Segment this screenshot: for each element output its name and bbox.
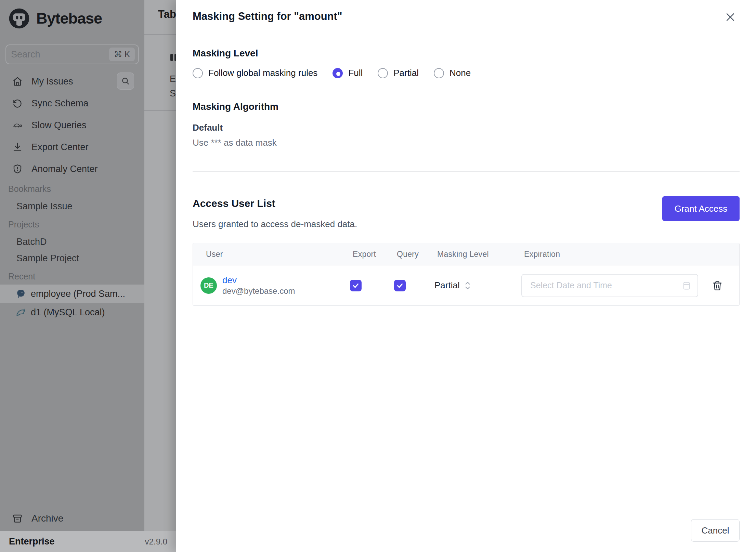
query-cell xyxy=(394,280,434,291)
sidebar-item-slow-queries[interactable]: Slow Queries xyxy=(0,116,144,134)
turtle-icon xyxy=(12,120,23,130)
section-header-bookmarks: Bookmarks xyxy=(8,184,51,194)
check-icon xyxy=(396,282,404,289)
user-name-link[interactable]: dev xyxy=(222,275,295,286)
algorithm-description: Use *** as data mask xyxy=(193,137,277,148)
access-user-list-heading: Access User List xyxy=(193,198,275,209)
sidebar-item-label: Slow Queries xyxy=(31,120,87,131)
col-header-expiration: Expiration xyxy=(524,250,729,259)
avatar: DE xyxy=(200,277,217,294)
trash-icon[interactable] xyxy=(712,280,723,291)
chevron-updown-icon xyxy=(465,280,471,291)
section-header-projects: Projects xyxy=(8,220,39,229)
access-user-list-subtext: Users granted to access de-masked data. xyxy=(193,219,357,229)
background-text-line: S xyxy=(170,88,176,99)
version-label: v2.9.0 xyxy=(145,537,167,547)
table-row: DE dev dev@bytebase.com xyxy=(193,265,739,305)
issue-search-button[interactable] xyxy=(117,73,134,90)
export-cell xyxy=(350,280,394,291)
masking-level-heading: Masking Level xyxy=(193,48,258,59)
divider xyxy=(144,110,176,111)
sidebar-item-sync-schema[interactable]: Sync Schema xyxy=(0,94,144,112)
plan-footer-bar: Enterprise v2.9.0 xyxy=(0,531,176,552)
check-icon xyxy=(352,282,360,289)
table-header-row: User Export Query Masking Level Expirati… xyxy=(193,243,739,265)
expiration-cell xyxy=(521,274,732,297)
archive-icon xyxy=(12,513,23,524)
background-page-title: Tab xyxy=(158,8,176,21)
recent-item-employee[interactable]: employee (Prod Sam... xyxy=(0,285,144,303)
divider xyxy=(176,507,756,507)
home-icon xyxy=(12,76,23,87)
shield-icon xyxy=(12,164,23,174)
recent-item-label: employee (Prod Sam... xyxy=(31,289,125,299)
plan-label: Enterprise xyxy=(9,536,55,547)
divider xyxy=(193,171,740,172)
date-input-field[interactable] xyxy=(530,280,682,290)
divider xyxy=(144,34,176,35)
radio-circle[interactable] xyxy=(193,68,203,78)
bytebase-mascot-icon xyxy=(8,8,30,29)
user-email: dev@bytebase.com xyxy=(222,286,295,296)
close-icon[interactable] xyxy=(723,10,738,25)
app-root: Bytebase ⌘ K My Issues Sync Schema xyxy=(0,0,756,552)
cancel-button[interactable]: Cancel xyxy=(691,519,740,542)
expiration-date-input[interactable] xyxy=(521,274,698,297)
sidebar-item-label: Anomaly Center xyxy=(31,164,98,174)
sync-icon xyxy=(12,98,23,108)
masking-setting-drawer: Masking Setting for "amount" Masking Lev… xyxy=(176,0,756,552)
search-icon xyxy=(121,77,130,86)
radio-none[interactable]: None xyxy=(434,68,471,78)
grant-access-button[interactable]: Grant Access xyxy=(662,196,740,221)
drawer-title: Masking Setting for "amount" xyxy=(193,10,342,23)
columns-icon xyxy=(170,54,176,61)
sidebar-item-sample-issue[interactable]: Sample Issue xyxy=(16,201,73,212)
radio-circle-selected[interactable] xyxy=(333,68,343,78)
radio-follow-global[interactable]: Follow global masking rules xyxy=(193,68,317,78)
section-header-recent: Recent xyxy=(8,272,35,281)
calendar-icon xyxy=(682,281,691,290)
col-header-masking-level: Masking Level xyxy=(437,250,524,259)
sidebar-item-anomaly-center[interactable]: Anomaly Center xyxy=(0,160,144,178)
export-checkbox[interactable] xyxy=(350,280,362,291)
sidebar-item-export-center[interactable]: Export Center xyxy=(0,138,144,156)
masking-level-radio-group: Follow global masking rules Full Partial… xyxy=(193,68,471,78)
sidebar-item-label: Archive xyxy=(31,513,63,524)
recent-item-label: d1 (MySQL Local) xyxy=(31,307,105,318)
col-header-user: User xyxy=(203,250,353,259)
user-cell: DE dev dev@bytebase.com xyxy=(200,275,350,297)
mysql-icon xyxy=(16,307,26,317)
radio-circle[interactable] xyxy=(378,68,388,78)
col-header-export: Export xyxy=(353,250,397,259)
logo-text: Bytebase xyxy=(36,10,102,27)
radio-partial[interactable]: Partial xyxy=(378,68,419,78)
radio-full[interactable]: Full xyxy=(333,68,363,78)
recent-item-d1[interactable]: d1 (MySQL Local) xyxy=(0,303,144,321)
sidebar-item-label: My Issues xyxy=(31,76,73,87)
algorithm-name: Default xyxy=(193,122,223,133)
background-page-strip: Tab E S xyxy=(144,0,176,531)
masking-level-select[interactable]: Partial xyxy=(434,280,521,291)
sidebar-search[interactable]: ⌘ K xyxy=(5,44,139,64)
query-checkbox[interactable] xyxy=(394,280,406,291)
access-user-table: User Export Query Masking Level Expirati… xyxy=(193,243,740,306)
bytebase-logo[interactable]: Bytebase xyxy=(8,8,102,29)
postgres-icon xyxy=(16,289,26,299)
drawer-header: Masking Setting for "amount" xyxy=(176,0,756,34)
sidebar-item-archive[interactable]: Archive xyxy=(0,510,144,527)
background-text-line: E xyxy=(170,74,176,84)
search-shortcut-badge: ⌘ K xyxy=(109,48,135,61)
radio-circle[interactable] xyxy=(434,68,444,78)
masking-algorithm-heading: Masking Algorithm xyxy=(193,101,278,112)
search-input[interactable] xyxy=(11,49,109,60)
download-icon xyxy=(12,142,23,152)
sidebar-item-sample-project[interactable]: Sample Project xyxy=(16,253,79,264)
sidebar-item-batchd[interactable]: BatchD xyxy=(16,237,47,247)
sidebar-item-label: Sync Schema xyxy=(31,98,89,109)
sidebar-item-label: Export Center xyxy=(31,142,89,153)
col-header-query: Query xyxy=(397,250,437,259)
sidebar: Bytebase ⌘ K My Issues Sync Schema xyxy=(0,0,144,531)
